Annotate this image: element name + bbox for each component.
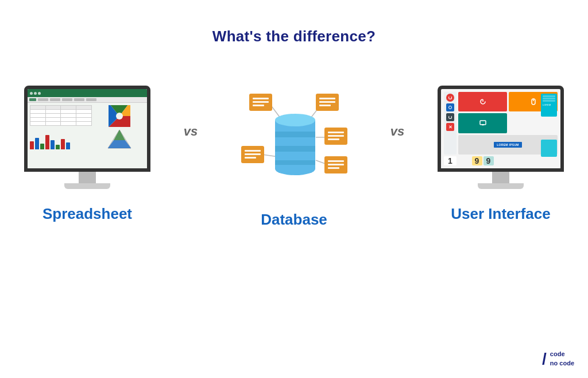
- ui-bottom-right-tile: [541, 140, 557, 157]
- svg-rect-33: [245, 153, 261, 155]
- ss-cell: [46, 118, 61, 121]
- ui-right-panel: LOREM: [541, 94, 557, 117]
- ui-grid: ✕: [441, 89, 560, 168]
- ui-sidebar-search-btn: [446, 103, 454, 111]
- spreadsheet-monitor-body: [24, 86, 150, 172]
- ss-grid: [30, 105, 92, 126]
- ss-cell: [30, 114, 45, 117]
- svg-rect-32: [245, 150, 261, 152]
- ss-left-panel: [30, 105, 92, 166]
- svg-rect-28: [328, 132, 344, 133]
- logo-line1: code: [550, 350, 574, 358]
- ss-cell: [61, 110, 76, 113]
- ui-power2-icon: [448, 115, 452, 119]
- vs-text-2: vs: [390, 124, 404, 139]
- ss-cell: [30, 118, 45, 121]
- ss-toolbar-dot2: [34, 92, 37, 95]
- ss-cell: [46, 122, 61, 125]
- ss-cell: [61, 114, 76, 117]
- ss-bar: [45, 135, 49, 149]
- svg-rect-30: [328, 138, 339, 140]
- ss-bar: [40, 144, 44, 149]
- ss-cell: [76, 114, 91, 117]
- logo-line2: no code: [550, 359, 574, 368]
- ss-cell: [46, 114, 61, 117]
- ui-right-line3: [543, 100, 555, 102]
- ss-cell: [61, 106, 76, 109]
- ss-right-panel: [94, 105, 145, 166]
- ui-right-line1: [543, 95, 555, 97]
- ui-number-9-1: 9: [472, 156, 482, 165]
- svg-rect-36: [328, 160, 344, 162]
- ss-cell: [46, 110, 61, 113]
- svg-rect-21: [253, 101, 269, 103]
- spreadsheet-stand-base: [64, 183, 110, 189]
- content-row: Spreadsheet vs: [0, 80, 588, 229]
- svg-rect-26: [319, 105, 331, 106]
- spreadsheet-label: Spreadsheet: [42, 205, 132, 223]
- ss-toolbar-dot3: [38, 92, 41, 95]
- svg-rect-34: [245, 157, 256, 159]
- ss-bar: [66, 142, 70, 149]
- svg-rect-38: [328, 167, 339, 169]
- ss-bar: [56, 145, 60, 149]
- ss-cell: [30, 106, 45, 109]
- svg-marker-7: [108, 140, 131, 148]
- spreadsheet-stand-neck: [79, 172, 96, 183]
- ui-number-9-2: 9: [483, 156, 494, 165]
- ui-mouse-icon: [531, 98, 536, 105]
- ss-body: [28, 103, 147, 168]
- svg-rect-25: [319, 101, 335, 103]
- ss-bar: [51, 140, 55, 149]
- ui-sidebar-power2-btn: [446, 113, 454, 121]
- ss-pie-chart: [109, 105, 130, 127]
- ui-lorem-ipsum-bar: LOREM IPSUM: [494, 142, 522, 148]
- ss-ribbon-btn5: [74, 98, 84, 101]
- logo: / code no code: [542, 350, 574, 368]
- ui-sidebar: ✕: [444, 92, 457, 155]
- ss-bar: [30, 141, 34, 149]
- page: What's the difference?: [0, 0, 588, 378]
- ui-sidebar-power-btn: [446, 94, 454, 102]
- svg-rect-22: [253, 105, 264, 106]
- ss-cell: [76, 110, 91, 113]
- ui-power-icon: [448, 96, 452, 99]
- ui-monitor: ✕: [438, 86, 564, 189]
- ss-bar-chart: [30, 129, 92, 149]
- ui-search-icon: [448, 106, 452, 109]
- ss-cell: [30, 110, 45, 113]
- database-label: Database: [261, 211, 327, 229]
- vs-block-1: vs: [168, 124, 214, 139]
- svg-rect-17: [275, 160, 315, 165]
- ss-bar: [61, 139, 65, 149]
- ui-sidebar-close-btn: ✕: [446, 123, 454, 131]
- ss-toolbar-dot: [30, 92, 33, 95]
- ui-screen: ✕: [441, 89, 560, 168]
- ss-cell: [30, 122, 45, 125]
- page-title: What's the difference?: [212, 28, 376, 45]
- vs-block-2: vs: [374, 124, 420, 139]
- svg-rect-24: [319, 98, 335, 99]
- ss-ribbon-btn2: [38, 98, 48, 101]
- svg-rect-20: [253, 98, 269, 99]
- svg-rect-43: [480, 121, 486, 125]
- svg-rect-16: [275, 146, 315, 152]
- ui-monitor-icon: [479, 120, 486, 126]
- svg-point-18: [275, 114, 315, 126]
- ss-cell: [61, 122, 76, 125]
- ss-ribbon-btn4: [62, 98, 72, 101]
- spreadsheet-content: [28, 89, 147, 168]
- ui-number-1: 1: [444, 156, 457, 165]
- ss-cell: [76, 122, 91, 125]
- ui-lorem-small: LOREM: [543, 103, 555, 106]
- ui-tile-screen: [458, 113, 507, 133]
- logo-slash: /: [542, 351, 547, 367]
- svg-marker-6: [114, 130, 125, 140]
- ss-ribbon-btn6: [86, 98, 96, 101]
- svg-rect-37: [328, 164, 344, 165]
- ss-bar: [35, 138, 39, 149]
- ss-cell: [76, 118, 91, 121]
- ui-stand-base: [478, 183, 524, 189]
- ui-stand-neck: [492, 172, 509, 183]
- ss-toolbar: [28, 89, 147, 97]
